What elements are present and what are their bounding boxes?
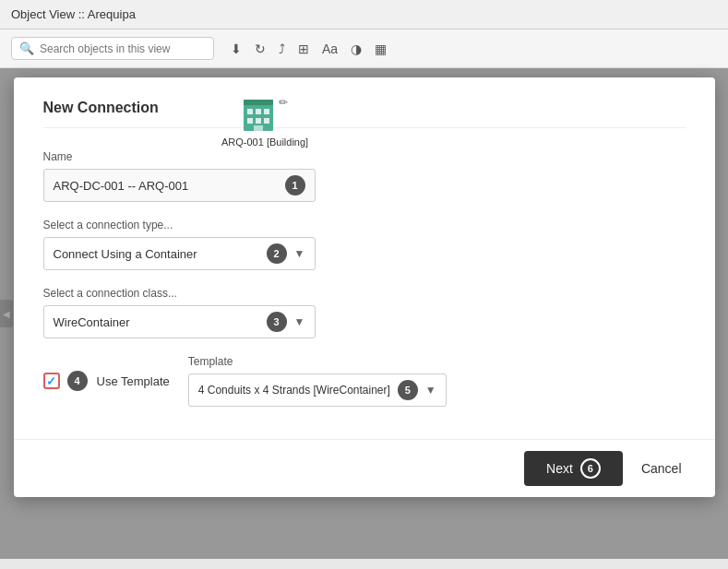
- connection-class-form-group: Select a connection class... WireContain…: [43, 287, 686, 338]
- svg-rect-8: [254, 125, 263, 131]
- toolbar-icons: ⬇ ↻ ⤴ ⊞ Aa ◑ ▦: [229, 40, 388, 58]
- connection-type-badge: 2: [267, 243, 287, 264]
- connection-class-badge: 3: [267, 312, 287, 332]
- search-input[interactable]: [40, 42, 206, 55]
- next-button[interactable]: Next 6: [524, 451, 623, 486]
- svg-rect-4: [264, 109, 269, 114]
- name-step-badge: 1: [285, 175, 305, 196]
- title-bar: Object View :: Arequipa: [0, 0, 728, 30]
- next-button-label: Next: [546, 461, 573, 476]
- download-icon[interactable]: ⬇: [229, 40, 244, 58]
- svg-rect-3: [256, 109, 261, 114]
- edit-object-icon[interactable]: ✏: [279, 96, 288, 109]
- svg-rect-2: [247, 109, 253, 114]
- search-box[interactable]: 🔍: [11, 37, 214, 60]
- connection-class-select[interactable]: WireContainer 3 ▼: [43, 305, 316, 338]
- image-icon[interactable]: ⊞: [296, 40, 311, 58]
- object-header: ✏: [242, 96, 288, 133]
- use-template-checkbox[interactable]: ✓: [43, 373, 60, 389]
- checkbox-check-icon: ✓: [46, 374, 56, 388]
- next-step-badge: 6: [580, 458, 601, 479]
- template-select[interactable]: 4 Conduits x 4 Strands [WireContainer] 5…: [188, 373, 447, 407]
- contrast-icon[interactable]: ◑: [349, 40, 364, 58]
- layout-icon[interactable]: ▦: [373, 40, 388, 58]
- building-icon: [242, 96, 275, 133]
- connection-type-arrow: ▼: [294, 247, 305, 260]
- connection-class-label: Select a connection class...: [43, 287, 686, 300]
- share-icon[interactable]: ⤴: [277, 40, 287, 58]
- template-badge: 5: [398, 380, 418, 400]
- svg-rect-1: [244, 100, 273, 105]
- template-select-container: Template 4 Conduits x 4 Strands [WireCon…: [188, 355, 447, 407]
- template-arrow: ▼: [425, 384, 436, 397]
- new-connection-modal: New Connection Name ARQ-DC-001 -- ARQ-00…: [14, 77, 715, 497]
- cancel-button[interactable]: Cancel: [630, 454, 693, 483]
- template-label: Template: [188, 355, 447, 368]
- object-label: ARQ-001 [Building]: [221, 136, 308, 148]
- object-node: ✏ ARQ-001 [Building]: [221, 96, 308, 148]
- svg-rect-6: [256, 118, 261, 124]
- connection-class-arrow: ▼: [294, 315, 305, 328]
- svg-rect-7: [264, 118, 269, 124]
- connection-type-form-group: Select a connection type... Connect Usin…: [43, 219, 686, 270]
- name-label: Name: [43, 150, 686, 163]
- modal-footer: Next 6 Cancel: [14, 439, 715, 497]
- toolbar: 🔍 ⬇ ↻ ⤴ ⊞ Aa ◑ ▦: [0, 30, 728, 68]
- template-row: ✓ 4 Use Template Template 4 Conduits x 4…: [43, 355, 686, 407]
- use-template-label: Use Template: [97, 374, 170, 388]
- use-template-badge: 4: [67, 371, 88, 391]
- modal-title: New Connection: [43, 100, 686, 128]
- font-icon[interactable]: Aa: [320, 40, 340, 58]
- app-title: Object View :: Arequipa: [11, 7, 136, 21]
- connection-class-value: WireContainer: [54, 315, 259, 329]
- refresh-icon[interactable]: ↻: [253, 40, 268, 58]
- connection-type-label: Select a connection type...: [43, 219, 686, 231]
- template-value: 4 Conduits x 4 Strands [WireContainer]: [198, 384, 390, 397]
- search-icon: 🔍: [19, 41, 34, 55]
- main-area: ◀ ✏ ARQ-001 [Building] New Connection: [0, 68, 728, 559]
- connection-type-value: Connect Using a Container: [54, 247, 259, 261]
- name-value: ARQ-DC-001 -- ARQ-001: [54, 179, 278, 193]
- name-input-container: ARQ-DC-001 -- ARQ-001 1: [43, 169, 316, 202]
- connection-type-select[interactable]: Connect Using a Container 2 ▼: [43, 237, 316, 270]
- use-template-wrapper: ✓ 4 Use Template: [43, 371, 170, 391]
- template-form-group: ✓ 4 Use Template Template 4 Conduits x 4…: [43, 355, 686, 407]
- name-form-group: Name ARQ-DC-001 -- ARQ-001 1: [43, 150, 686, 202]
- svg-rect-5: [247, 118, 253, 124]
- modal-overlay: New Connection Name ARQ-DC-001 -- ARQ-00…: [0, 68, 728, 559]
